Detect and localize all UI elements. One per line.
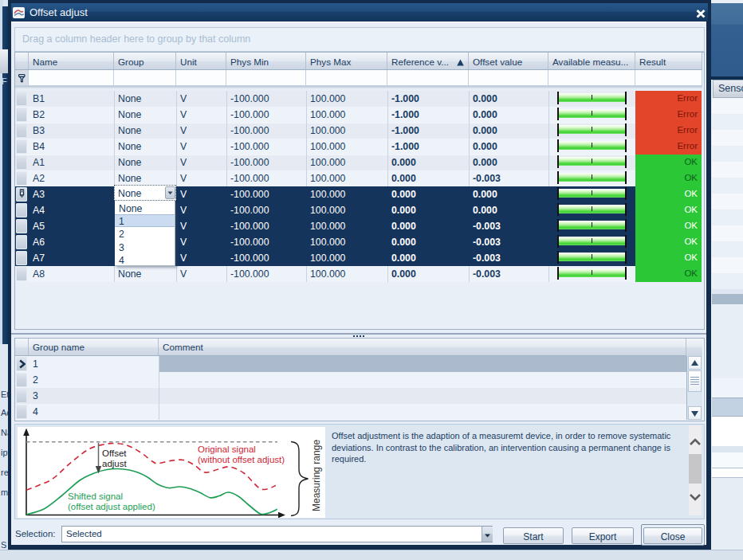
svg-text:Original signal: Original signal bbox=[198, 444, 256, 454]
svg-text:Shifted signal: Shifted signal bbox=[68, 491, 123, 501]
svg-text:adjust: adjust bbox=[102, 459, 127, 468]
svg-text:(offset adjust applied): (offset adjust applied) bbox=[68, 502, 155, 511]
svg-text:Measuring range: Measuring range bbox=[311, 440, 322, 511]
svg-text:Offset: Offset bbox=[102, 448, 127, 458]
svg-text:(without offset adjust): (without offset adjust) bbox=[198, 455, 285, 464]
